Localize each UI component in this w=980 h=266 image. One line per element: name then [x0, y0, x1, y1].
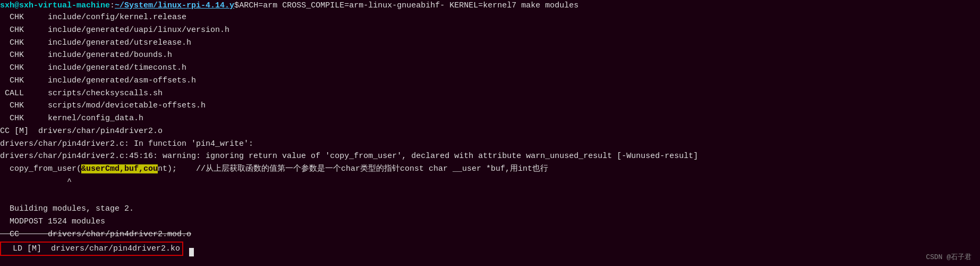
prompt-dollar: $ [234, 1, 239, 10]
line-caret: ^ [0, 176, 980, 188]
line-warning-detail: drivers/char/pin4driver2.c:45:16: warnin… [0, 150, 980, 163]
line-building: Building modules, stage 2. [0, 203, 980, 215]
line-chk-8: CHK kernel/config_data.h [0, 112, 980, 125]
path-label: ~/System/linux-rpi-4.14.y [115, 1, 234, 10]
line-chk-6: CHK include/generated/asm-offsets.h [0, 74, 980, 87]
ld-box: LD [M] drivers/char/pin4driver2.ko [0, 242, 183, 256]
line-cc-mod: CC drivers/char/pin4driver2.mod.o [0, 228, 980, 241]
watermark: CSDN @石子君 [926, 252, 972, 262]
prompt-colon: : [110, 1, 115, 10]
line-chk-4: CHK include/generated/bounds.h [0, 49, 980, 62]
terminal: sxh@sxh-virtual-machine:~/System/linux-r… [0, 0, 980, 266]
cursor [189, 248, 194, 256]
line-modpost: MODPOST 1524 modules [0, 215, 980, 228]
line-chk-5: CHK include/generated/timeconst.h [0, 62, 980, 74]
line-cc-1: CC [M] drivers/char/pin4driver2.o [0, 125, 980, 138]
user-host-label: sxh@sxh-virtual-machine [0, 1, 110, 10]
highlight-span: &userCmd,buf,cou [81, 164, 158, 173]
prompt-line: sxh@sxh-virtual-machine:~/System/linux-r… [0, 0, 980, 11]
line-chk-7: CHK scripts/mod/devicetable-offsets.h [0, 99, 980, 112]
line-copy-from-user: copy_from_user(&userCmd,buf,count); //从上… [0, 163, 980, 176]
line-call-1: CALL scripts/checksyscalls.sh [0, 87, 980, 100]
line-empty [0, 188, 980, 201]
line-ld-wrapper: LD [M] drivers/char/pin4driver2.ko [0, 241, 183, 257]
line-chk-2: CHK include/generated/uapi/linux/version… [0, 24, 980, 37]
line-chk-1: CHK include/config/kernel.release [0, 11, 980, 24]
line-ld: LD [M] drivers/char/pin4driver2.ko [0, 241, 183, 257]
line-warning-func: drivers/char/pin4driver2.c: In function … [0, 138, 980, 151]
line-chk-3: CHK include/generated/utsrelease.h [0, 37, 980, 49]
command-text: ARCH=arm CROSS_COMPILE=arm-linux-gnueabi… [239, 1, 578, 10]
